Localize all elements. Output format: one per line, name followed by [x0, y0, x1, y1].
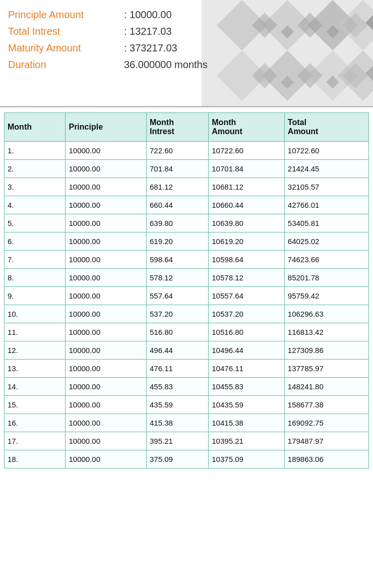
table-cell: 660.44 [146, 196, 208, 214]
table-row: 7.10000.00598.6410598.6474623.66 [5, 251, 369, 269]
table-cell: 179487.97 [284, 432, 368, 450]
table-cell: 12. [5, 341, 66, 360]
table-cell: 7. [5, 251, 66, 269]
table-cell: 13. [5, 360, 66, 378]
table-cell: 10. [5, 305, 66, 323]
principle-amount-label: Principle Amount [8, 9, 124, 21]
data-table: Month Principle MonthIntrest MonthAmount… [4, 112, 369, 468]
table-cell: 10701.84 [209, 160, 285, 178]
table-cell: 10496.44 [209, 341, 285, 360]
table-cell: 557.64 [146, 287, 208, 305]
table-row: 5.10000.00639.8010639.8053405.81 [5, 214, 369, 232]
duration-label: Duration [8, 59, 124, 71]
table-cell: 10000.00 [66, 323, 147, 341]
table-cell: 10375.09 [209, 450, 285, 468]
header-section: Principle Amount : 10000.00 Total Intres… [0, 0, 373, 106]
total-intrest-label: Total Intrest [8, 26, 124, 37]
table-cell: 476.11 [146, 360, 208, 378]
principle-amount-value: : 10000.00 [124, 9, 172, 21]
table-cell: 74623.66 [284, 251, 368, 269]
table-row: 13.10000.00476.1110476.11137785.97 [5, 360, 369, 378]
table-row: 17.10000.00395.2110395.21179487.97 [5, 432, 369, 450]
table-cell: 10619.20 [209, 232, 285, 251]
table-cell: 10000.00 [66, 178, 147, 196]
table-cell: 10660.44 [209, 196, 285, 214]
table-row: 2.10000.00701.8410701.8421424.45 [5, 160, 369, 178]
table-row: 1.10000.00722.6010722.6010722.60 [5, 142, 369, 160]
table-cell: 169092.75 [284, 414, 368, 432]
header-content: Principle Amount : 10000.00 Total Intres… [8, 9, 365, 71]
col-total-amount: TotalAmount [284, 113, 368, 142]
table-cell: 10000.00 [66, 214, 147, 232]
table-row: 18.10000.00375.0910375.09189863.06 [5, 450, 369, 468]
table-cell: 10415.38 [209, 414, 285, 432]
table-cell: 10000.00 [66, 305, 147, 323]
table-cell: 10000.00 [66, 287, 147, 305]
table-cell: 639.80 [146, 214, 208, 232]
table-row: 14.10000.00455.8310455.83148241.80 [5, 378, 369, 396]
table-cell: 10000.00 [66, 414, 147, 432]
table-cell: 127309.86 [284, 341, 368, 360]
table-cell: 11. [5, 323, 66, 341]
table-cell: 10557.64 [209, 287, 285, 305]
table-cell: 701.84 [146, 160, 208, 178]
table-cell: 10455.83 [209, 378, 285, 396]
table-row: 10.10000.00537.2010537.20106296.63 [5, 305, 369, 323]
table-cell: 6. [5, 232, 66, 251]
table-cell: 53405.81 [284, 214, 368, 232]
table-row: 4.10000.00660.4410660.4442766.01 [5, 196, 369, 214]
table-cell: 95759.42 [284, 287, 368, 305]
table-row: 8.10000.00578.1210578.1285201.78 [5, 269, 369, 287]
total-intrest-row: Total Intrest : 13217.03 [8, 26, 365, 37]
table-body: 1.10000.00722.6010722.6010722.602.10000.… [5, 142, 369, 468]
table-cell: 10476.11 [209, 360, 285, 378]
table-cell: 10395.21 [209, 432, 285, 450]
table-cell: 10435.59 [209, 396, 285, 414]
table-cell: 10639.80 [209, 214, 285, 232]
table-cell: 375.09 [146, 450, 208, 468]
table-cell: 598.64 [146, 251, 208, 269]
table-cell: 16. [5, 414, 66, 432]
table-row: 6.10000.00619.2010619.2064025.02 [5, 232, 369, 251]
table-cell: 2. [5, 160, 66, 178]
table-container: Month Principle MonthIntrest MonthAmount… [0, 107, 373, 474]
table-cell: 1. [5, 142, 66, 160]
table-header-row: Month Principle MonthIntrest MonthAmount… [5, 113, 369, 142]
table-cell: 116813.42 [284, 323, 368, 341]
col-month: Month [5, 113, 66, 142]
table-cell: 10516.80 [209, 323, 285, 341]
duration-value: 36.000000 months [124, 59, 208, 71]
table-cell: 496.44 [146, 341, 208, 360]
table-cell: 85201.78 [284, 269, 368, 287]
table-cell: 415.38 [146, 414, 208, 432]
principle-amount-row: Principle Amount : 10000.00 [8, 9, 365, 21]
table-cell: 10578.12 [209, 269, 285, 287]
table-cell: 10681.12 [209, 178, 285, 196]
table-cell: 722.60 [146, 142, 208, 160]
table-cell: 395.21 [146, 432, 208, 450]
table-cell: 10000.00 [66, 341, 147, 360]
table-row: 11.10000.00516.8010516.80116813.42 [5, 323, 369, 341]
table-cell: 106296.63 [284, 305, 368, 323]
table-cell: 10000.00 [66, 378, 147, 396]
table-cell: 10000.00 [66, 450, 147, 468]
table-cell: 10000.00 [66, 269, 147, 287]
table-cell: 10598.64 [209, 251, 285, 269]
table-cell: 10000.00 [66, 432, 147, 450]
table-cell: 10722.60 [284, 142, 368, 160]
table-row: 15.10000.00435.5910435.59158677.38 [5, 396, 369, 414]
table-row: 16.10000.00415.3810415.38169092.75 [5, 414, 369, 432]
table-cell: 158677.38 [284, 396, 368, 414]
table-cell: 4. [5, 196, 66, 214]
table-cell: 32105.57 [284, 178, 368, 196]
table-row: 9.10000.00557.6410557.6495759.42 [5, 287, 369, 305]
table-cell: 619.20 [146, 232, 208, 251]
table-cell: 21424.45 [284, 160, 368, 178]
table-cell: 189863.06 [284, 450, 368, 468]
table-cell: 10000.00 [66, 160, 147, 178]
table-row: 12.10000.00496.4410496.44127309.86 [5, 341, 369, 360]
table-cell: 15. [5, 396, 66, 414]
table-cell: 10000.00 [66, 142, 147, 160]
table-cell: 5. [5, 214, 66, 232]
col-month-intrest: MonthIntrest [146, 113, 208, 142]
